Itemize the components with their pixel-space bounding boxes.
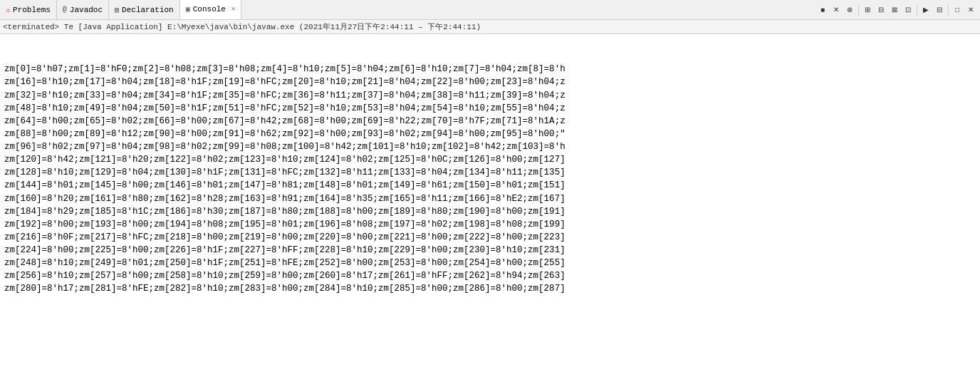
console-toolbar: ■ ✕ ⊗ ⊞ ⊟ ⊠ ⊡ ▶ ⊟ □ ✕ [816, 4, 980, 16]
tab-javadoc[interactable]: @ Javadoc [57, 0, 109, 19]
console-line: zm[48]=8'h10;zm[49]=8'h04;zm[50]=8'h1F;z… [4, 102, 976, 115]
collapse-button[interactable]: ⊟ [933, 4, 946, 16]
console-line: zm[88]=8'h00;zm[89]=8'h12;zm[90]=8'h00;z… [4, 128, 976, 140]
separator-1 [858, 4, 859, 16]
status-text: <terminated> Te [Java Application] E:\My… [3, 21, 481, 32]
console-line: zm[120]=8'h42;zm[121]=8'h20;zm[122]=8'h0… [4, 153, 976, 166]
tab-problems-label: Problems [13, 6, 51, 14]
remove-launch-button[interactable]: ⊗ [843, 4, 856, 16]
console-line: zm[184]=8'h29;zm[185]=8'h1C;zm[186]=8'h3… [4, 205, 976, 218]
scroll-lock-button[interactable]: ⊡ [902, 4, 914, 16]
tab-declaration[interactable]: ▤ Declaration [109, 0, 180, 19]
console-line: zm[32]=8'h10;zm[33]=8'h04;zm[34]=8'h1F;z… [4, 89, 976, 102]
ide-window: ⚠ Problems @ Javadoc ▤ Declaration ▣ Con… [0, 0, 980, 382]
tab-javadoc-label: Javadoc [70, 6, 103, 14]
tab-bar: ⚠ Problems @ Javadoc ▤ Declaration ▣ Con… [0, 0, 980, 20]
console-line: zm[144]=8'h01;zm[145]=8'h00;zm[146]=8'h0… [4, 179, 976, 192]
declaration-icon: ▤ [115, 6, 119, 14]
problems-icon: ⚠ [6, 6, 10, 14]
tab-console-label: Console [193, 5, 226, 14]
terminate-button[interactable]: ✕ [830, 4, 843, 16]
tab-declaration-label: Declaration [122, 6, 174, 14]
console-output[interactable]: zm[0]=8'h07;zm[1]=8'hF0;zm[2]=8'h08;zm[3… [0, 34, 980, 382]
stop-button[interactable]: ■ [816, 4, 829, 16]
console-close-icon[interactable]: ✕ [231, 5, 235, 13]
console-line: zm[16]=8'h10;zm[17]=8'h04;zm[18]=8'h1F;z… [4, 76, 976, 88]
console-line: zm[64]=8'h00;zm[65]=8'h02;zm[66]=8'h00;z… [4, 115, 976, 128]
console-line: zm[224]=8'h00;zm[225]=8'h00;zm[226]=8'h1… [4, 244, 976, 257]
console-line: zm[160]=8'h20;zm[161]=8'h80;zm[162]=8'h2… [4, 192, 976, 205]
console-icon: ▣ [186, 5, 190, 14]
paste-button[interactable]: ⊟ [875, 4, 887, 16]
tab-console[interactable]: ▣ Console ✕ [180, 0, 242, 19]
maximize-button[interactable]: □ [951, 4, 964, 16]
javadoc-icon: @ [63, 6, 67, 14]
console-line: zm[256]=8'h10;zm[257]=8'h00;zm[258]=8'h1… [4, 269, 976, 282]
tab-problems[interactable]: ⚠ Problems [0, 0, 57, 19]
console-line: zm[0]=8'h07;zm[1]=8'hF0;zm[2]=8'h08;zm[3… [4, 63, 976, 76]
separator-2 [917, 4, 917, 16]
console-line: zm[192]=8'h00;zm[193]=8'h00;zm[194]=8'h0… [4, 218, 976, 231]
run-button[interactable]: ▶ [919, 4, 932, 16]
close-view-button[interactable]: ✕ [964, 4, 977, 16]
clear-button[interactable]: ⊠ [888, 4, 901, 16]
console-line: zm[96]=8'h02;zm[97]=8'h04;zm[98]=8'h02;z… [4, 140, 976, 153]
separator-3 [948, 4, 949, 16]
copy-button[interactable]: ⊞ [861, 4, 874, 16]
console-line: zm[216]=8'h0F;zm[217]=8'hFC;zm[218]=8'h0… [4, 231, 976, 244]
status-bar: <terminated> Te [Java Application] E:\My… [0, 20, 980, 34]
console-line: zm[280]=8'h17;zm[281]=8'hFE;zm[282]=8'h1… [4, 282, 976, 295]
console-line: zm[128]=8'h10;zm[129]=8'h04;zm[130]=8'h1… [4, 166, 976, 179]
console-line: zm[248]=8'h10;zm[249]=8'h01;zm[250]=8'h1… [4, 257, 976, 269]
